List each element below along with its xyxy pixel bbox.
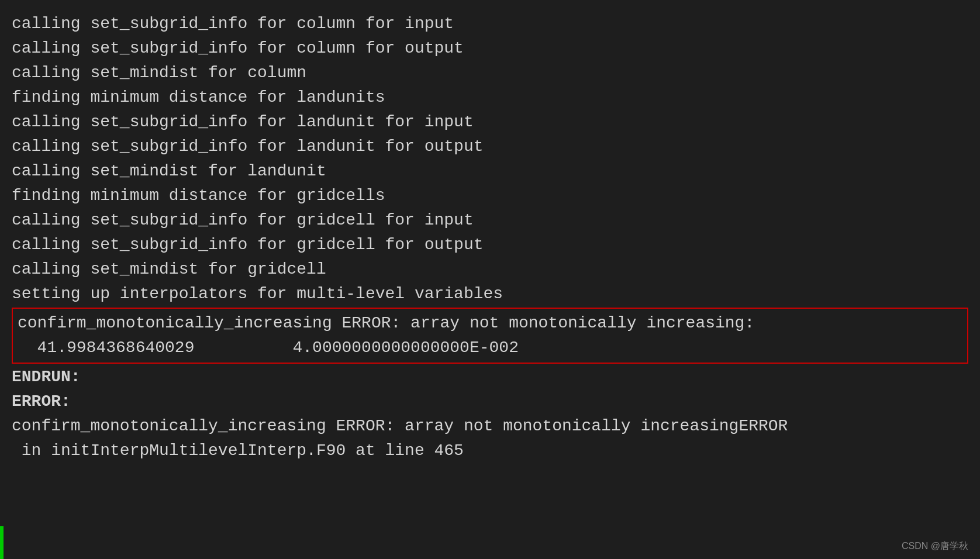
error-box-line1: confirm_monotonically_increasing ERROR: …	[18, 314, 754, 332]
error-box-line2: 41.9984368640029 4.0000000000000000E-002	[18, 339, 519, 357]
terminal-line-3: calling set_mindist for column	[12, 61, 968, 85]
green-status-bar	[0, 526, 4, 559]
terminal-line-4: finding minimum distance for landunits	[12, 85, 968, 110]
watermark: CSDN @唐学秋	[902, 539, 968, 553]
terminal-line-12: setting up interpolators for multi-level…	[12, 282, 968, 306]
error-highlight-box: confirm_monotonically_increasing ERROR: …	[12, 308, 968, 364]
terminal-line-2: calling set_subgrid_info for column for …	[12, 36, 968, 61]
terminal-line-1: calling set_subgrid_info for column for …	[12, 12, 968, 36]
terminal-line-10: calling set_subgrid_info for gridcell fo…	[12, 233, 968, 257]
terminal: calling set_subgrid_info for column for …	[0, 0, 980, 559]
terminal-line-11: calling set_mindist for gridcell	[12, 257, 968, 282]
terminal-line-7: calling set_mindist for landunit	[12, 159, 968, 184]
terminal-error-full1: confirm_monotonically_increasing ERROR: …	[12, 414, 968, 439]
terminal-line-5: calling set_subgrid_info for landunit fo…	[12, 110, 968, 134]
terminal-error-full2: in initInterpMultilevelInterp.F90 at lin…	[12, 439, 968, 463]
terminal-endrun: ENDRUN:	[12, 365, 968, 389]
terminal-error-label: ERROR:	[12, 389, 968, 414]
terminal-line-8: finding minimum distance for gridcells	[12, 184, 968, 208]
terminal-line-6: calling set_subgrid_info for landunit fo…	[12, 134, 968, 159]
terminal-line-9: calling set_subgrid_info for gridcell fo…	[12, 208, 968, 233]
